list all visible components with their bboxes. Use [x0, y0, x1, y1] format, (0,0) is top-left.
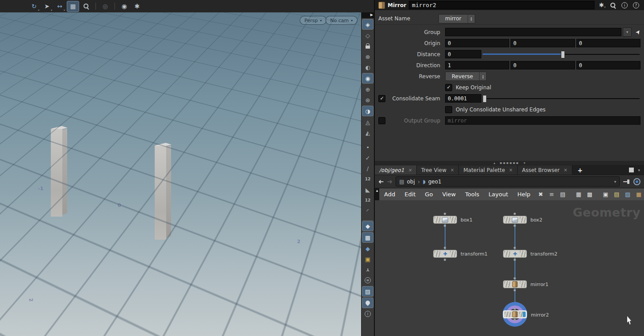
forward-button[interactable]: ➜ [387, 178, 393, 186]
path-node[interactable]: geo1 [428, 179, 442, 185]
pane-menu-caret-icon[interactable]: ▾ [638, 168, 640, 172]
consolidate-seam-input[interactable] [445, 94, 481, 103]
prim-numbers-icon[interactable]: 12 [362, 195, 373, 205]
select-tool-icon[interactable]: ➤ ▾ [41, 1, 53, 11]
splitter-grip[interactable]: ▪▪▪▪▪▪ [499, 161, 519, 165]
only-unshared-checkbox[interactable] [445, 106, 452, 113]
tab-tree-view[interactable]: Tree View × [417, 165, 459, 175]
splitter-up-icon[interactable]: ▴ [494, 161, 495, 165]
node-box1[interactable]: box1 [433, 216, 457, 224]
follow-selection-icon[interactable] [633, 178, 640, 185]
consolidate-seam-slider[interactable] [483, 95, 640, 102]
node-input-dot[interactable] [514, 247, 516, 249]
node-input-dot[interactable] [444, 247, 446, 249]
pane-tools-icon[interactable]: ✖ [535, 190, 546, 199]
node-output-dot[interactable] [514, 289, 516, 291]
tab-close-icon[interactable]: × [450, 168, 454, 172]
show-edges-icon[interactable]: ∕ [362, 164, 373, 173]
origin-x-input[interactable] [445, 39, 509, 47]
box-pick-icon[interactable]: ▾ [80, 1, 92, 11]
network-editor[interactable]: Geometry box1 box2 ✚ transform1 [375, 200, 644, 336]
menubar-gap[interactable] [568, 190, 573, 199]
network-hierarchy-icon[interactable]: ≡ [546, 190, 557, 199]
grid-snap-icon[interactable]: ▦ [573, 190, 584, 199]
tab-close-icon[interactable]: × [408, 168, 412, 172]
node-output-dot[interactable] [444, 225, 446, 227]
tab-obj-geo1[interactable]: /obj/geo1 × [375, 165, 417, 175]
point-numbers-icon[interactable]: 12 [362, 174, 373, 184]
display-frame-icon[interactable]: ▣ [362, 254, 373, 264]
path-root[interactable]: obj [407, 179, 415, 185]
material-shaded-icon[interactable]: ◑ [362, 106, 373, 116]
texture-display-icon[interactable]: ▩ [362, 232, 373, 243]
tab-close-icon[interactable]: × [564, 168, 567, 172]
display-options-icon[interactable]: ✱ ▾ [131, 1, 143, 11]
parameter-list-icon[interactable]: ▤ [557, 190, 568, 199]
select-geometry-icon[interactable]: ▦ ▾ [67, 1, 79, 12]
menu-go[interactable]: Go [420, 191, 437, 198]
menu-edit[interactable]: Edit [400, 191, 420, 198]
node-box2[interactable]: box2 [503, 216, 527, 224]
keep-original-checkbox[interactable]: ✓ [445, 84, 452, 91]
asset-name-dropdown[interactable]: mirror ▴▾ [438, 14, 475, 23]
node-input-dot[interactable] [444, 213, 446, 215]
node-input-dot[interactable] [514, 277, 516, 279]
direction-y-input[interactable] [511, 61, 575, 69]
toolbar-collapse-handle[interactable]: ▶ [362, 12, 374, 18]
reverse-dropdown[interactable]: Reverse ▴▾ [445, 72, 487, 81]
group-dropdown-icon[interactable]: ▾ [623, 27, 632, 37]
node-output-dot[interactable] [514, 319, 516, 321]
tab-material-palette[interactable]: Material Palette × [459, 165, 518, 175]
menu-layout[interactable]: Layout [484, 191, 512, 198]
view-pin-icon[interactable] [362, 298, 373, 308]
direction-x-input[interactable] [445, 61, 509, 69]
output-group-input[interactable] [445, 116, 640, 125]
help-icon[interactable]: ? [632, 2, 640, 8]
ghost-other-objects-icon[interactable]: ◬ [362, 117, 373, 127]
smooth-shade-icon[interactable]: ◆ [362, 244, 373, 253]
path-dropdown-icon[interactable]: ▾ [614, 179, 616, 184]
distance-slider[interactable] [483, 50, 640, 58]
group-input[interactable] [445, 28, 621, 36]
mirror-node-icon[interactable] [378, 2, 385, 9]
node-mirror1[interactable]: mirror1 [503, 280, 527, 288]
display-normals-icon[interactable]: Y [362, 265, 373, 275]
tab-close-icon[interactable]: × [509, 168, 513, 172]
high-quality-light-icon[interactable]: ⊕ [362, 84, 373, 94]
viewport-info-icon[interactable]: i [362, 309, 373, 319]
camera-persp-button[interactable]: Persp ▾ [300, 16, 327, 25]
slider-handle[interactable] [561, 51, 565, 58]
back-button[interactable]: ➜ [378, 178, 384, 186]
node-output-dot[interactable] [514, 259, 516, 261]
no-lights-icon[interactable]: ⊗ [362, 52, 373, 61]
move-tool-icon[interactable]: ↔ ▾ [54, 1, 65, 11]
lock-handles-icon[interactable] [362, 41, 373, 51]
spinner-icon[interactable]: ▴▾ [468, 15, 475, 23]
distance-input[interactable] [445, 50, 481, 58]
origin-y-input[interactable] [511, 39, 575, 47]
shaded-display-icon[interactable]: ◆ [362, 221, 373, 231]
gear-icon[interactable]: +✱▾ [597, 2, 606, 8]
menu-add[interactable]: Add [380, 191, 400, 198]
pane-maximize-icon[interactable] [629, 168, 634, 172]
splitter-down-icon[interactable]: ▾ [524, 161, 526, 165]
portal-light-icon[interactable]: ⊛ [362, 95, 373, 105]
group-pick-arrow-icon[interactable]: ➤ [634, 28, 642, 36]
node-input-dot[interactable] [514, 213, 516, 215]
new-tab-button[interactable]: + [572, 165, 588, 175]
menu-tools[interactable]: Tools [461, 191, 484, 198]
view-tool-icon[interactable]: ↻ ▾ [28, 1, 40, 11]
search-icon[interactable] [609, 2, 617, 8]
post-it-note-icon[interactable]: ▤ [611, 190, 622, 199]
gallery-icon[interactable]: ■ [633, 190, 644, 199]
show-handles-icon[interactable]: ◈ [362, 19, 373, 30]
consolidate-seam-checkbox[interactable]: ✓ [378, 95, 385, 102]
edit-handles-icon[interactable]: ◇ [362, 31, 373, 40]
show-points-icon[interactable]: • [362, 142, 373, 152]
node-input-dot[interactable] [514, 308, 516, 310]
background-image-icon[interactable]: ▨ [622, 190, 633, 199]
headlight-icon[interactable]: ◐ [362, 62, 373, 72]
node-output-dot[interactable] [444, 259, 446, 261]
path-field[interactable]: ▤ obj › ◗ geo1 ▾ [396, 176, 620, 187]
origin-z-input[interactable] [576, 39, 640, 47]
